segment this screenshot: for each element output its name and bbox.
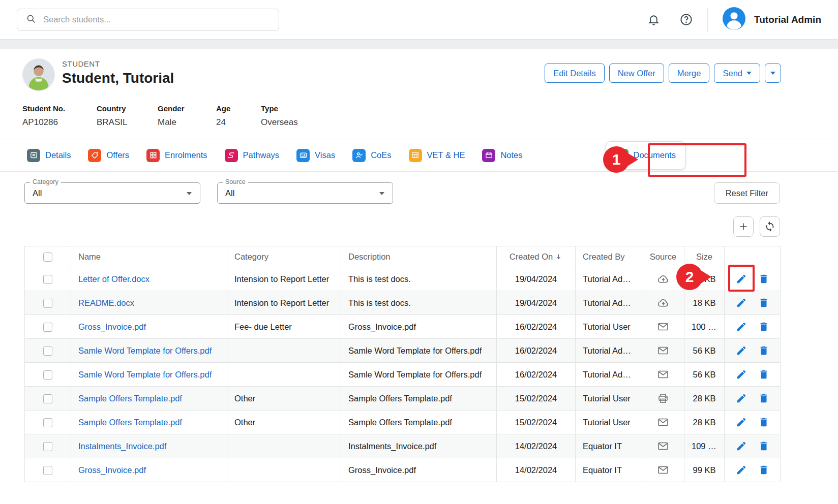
edit-icon[interactable] xyxy=(736,417,747,428)
edit-icon[interactable] xyxy=(736,440,747,452)
document-name-link[interactable]: Gross_Invoice.pdf xyxy=(78,465,146,475)
row-checkbox[interactable] xyxy=(43,346,52,356)
more-actions-button[interactable] xyxy=(765,64,781,83)
edit-icon[interactable] xyxy=(736,369,747,380)
edit-icon[interactable] xyxy=(736,464,747,476)
row-checkbox[interactable] xyxy=(43,323,52,332)
tab-visas[interactable]: Visas xyxy=(290,139,342,171)
document-name-link[interactable]: Sample Offers Template.pdf xyxy=(78,394,182,403)
student-search[interactable] xyxy=(17,9,279,31)
table-row: Sample Offers Template.pdfOtherSample Of… xyxy=(25,387,781,411)
tab-pathways[interactable]: Pathways xyxy=(218,139,286,171)
created-on-cell: 19/04/2024 xyxy=(497,291,576,315)
col-header-category[interactable]: Category xyxy=(227,246,341,267)
table-row: Samle Word Template for Offers.pdfSamle … xyxy=(25,363,781,387)
mail-icon xyxy=(657,416,669,428)
student-name: Student, Tutorial xyxy=(62,70,174,86)
annotation-step-2: 2 xyxy=(676,264,703,290)
send-button[interactable]: Send xyxy=(714,64,760,83)
created-on-cell: 19/04/2024 xyxy=(497,267,576,291)
document-name-link[interactable]: README.docx xyxy=(78,298,134,307)
merge-button[interactable]: Merge xyxy=(669,64,710,83)
document-name-link[interactable]: Letter of Offer.docx xyxy=(78,274,149,284)
description-cell: Instalments_Invoice.pdf xyxy=(341,434,497,458)
notifications-bell-icon[interactable] xyxy=(647,13,660,26)
delete-icon[interactable] xyxy=(758,417,769,428)
document-name-link[interactable]: Samle Word Template for Offers.pdf xyxy=(78,346,212,355)
info-country: Country BRASIL xyxy=(97,104,158,128)
row-checkbox[interactable] xyxy=(43,394,52,403)
size-cell: 28 KB xyxy=(684,411,725,434)
row-checkbox[interactable] xyxy=(43,418,52,427)
description-cell: Samle Word Template for Offers.pdf xyxy=(341,339,497,363)
row-checkbox[interactable] xyxy=(43,466,52,475)
user-avatar-icon xyxy=(722,7,746,33)
reset-filter-button[interactable]: Reset Filter xyxy=(714,182,780,204)
row-checkbox[interactable] xyxy=(43,370,52,380)
created-by-cell: Equator IT xyxy=(576,434,642,458)
edit-icon[interactable] xyxy=(736,297,747,308)
edit-icon[interactable] xyxy=(736,393,747,404)
add-document-button[interactable] xyxy=(733,216,754,237)
description-cell: This is test docs. xyxy=(341,291,497,315)
delete-icon[interactable] xyxy=(758,297,769,308)
description-cell: Samle Word Template for Offers.pdf xyxy=(341,363,497,387)
details-icon xyxy=(27,149,40,162)
delete-icon[interactable] xyxy=(758,321,769,332)
document-name-link[interactable]: Gross_Invoice.pdf xyxy=(78,322,146,331)
row-checkbox[interactable] xyxy=(43,442,52,451)
tab-details[interactable]: Details xyxy=(20,139,77,171)
created-by-cell: Tutorial User xyxy=(576,387,642,411)
delete-icon[interactable] xyxy=(758,440,769,452)
document-name-link[interactable]: Samle Word Template for Offers.pdf xyxy=(78,370,212,379)
size-cell: 18 KB xyxy=(684,291,725,315)
topbar: Tutorial Admin xyxy=(0,0,838,39)
annotation-step-1: 1 xyxy=(603,146,630,173)
delete-icon[interactable] xyxy=(758,393,769,404)
print-icon xyxy=(657,392,669,404)
delete-icon[interactable] xyxy=(758,369,769,380)
row-checkbox[interactable] xyxy=(43,275,52,284)
col-header-created-by[interactable]: Created By xyxy=(576,246,642,267)
category-filter-select[interactable]: Category All xyxy=(24,182,200,204)
document-name-link[interactable]: Sample Offers Template.pdf xyxy=(78,418,182,427)
col-header-created-on[interactable]: Created On xyxy=(497,246,576,267)
search-input[interactable] xyxy=(43,15,270,24)
delete-icon[interactable] xyxy=(758,273,769,285)
vet-he-icon xyxy=(409,149,422,162)
tab-vet-he[interactable]: VET & HE xyxy=(402,139,472,171)
tab-enrolments[interactable]: Enrolments xyxy=(140,139,214,171)
delete-icon[interactable] xyxy=(758,345,769,356)
refresh-button[interactable] xyxy=(760,216,780,237)
description-cell: Gross_Invoice.pdf xyxy=(341,458,497,482)
edit-details-button[interactable]: Edit Details xyxy=(545,64,604,83)
help-icon[interactable] xyxy=(679,13,693,26)
tab-coes[interactable]: CoEs xyxy=(346,139,398,171)
col-header-source[interactable]: Source xyxy=(642,246,684,267)
info-gender: Gender Male xyxy=(158,104,216,128)
tab-notes[interactable]: Notes xyxy=(475,139,529,171)
topbar-divider xyxy=(707,8,708,32)
info-student-no: Student No. AP10286 xyxy=(22,104,97,128)
created-on-cell: 14/02/2024 xyxy=(497,434,576,458)
user-menu[interactable]: Tutorial Admin xyxy=(722,7,821,33)
source-filter-select[interactable]: Source All xyxy=(217,182,393,204)
mail-icon xyxy=(657,440,669,452)
col-header-name[interactable]: Name xyxy=(71,246,227,267)
edit-icon[interactable] xyxy=(736,345,747,356)
edit-icon[interactable] xyxy=(736,321,747,332)
description-cell: Gross_Invoice.pdf xyxy=(341,315,497,339)
new-offer-button[interactable]: New Offer xyxy=(609,64,664,83)
category-cell: Fee- due Letter xyxy=(227,315,341,339)
row-checkbox[interactable] xyxy=(43,299,52,308)
select-all-checkbox[interactable] xyxy=(43,253,52,262)
tab-offers[interactable]: Offers xyxy=(81,139,136,171)
table-row: Gross_Invoice.pdfGross_Invoice.pdf14/02/… xyxy=(25,458,781,482)
document-name-link[interactable]: Instalments_Invoice.pdf xyxy=(78,442,166,451)
col-header-description[interactable]: Description xyxy=(341,246,497,267)
visas-icon xyxy=(296,149,310,162)
delete-icon[interactable] xyxy=(758,464,769,476)
table-header-row: Name Category Description Created On Cre… xyxy=(25,246,781,267)
student-photo xyxy=(22,58,55,91)
created-by-cell: Tutorial Admin xyxy=(576,339,642,363)
